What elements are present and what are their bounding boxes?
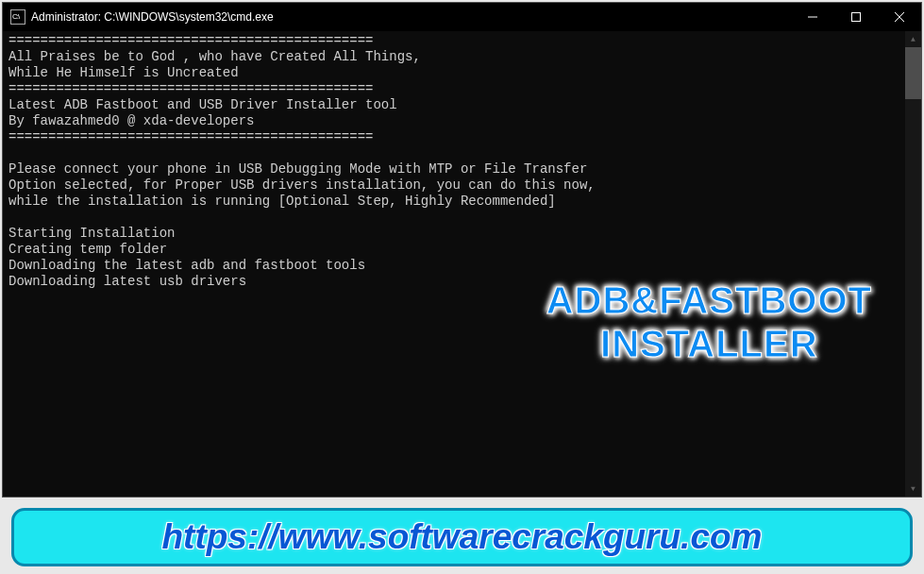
overlay-watermark: ADB&FASTBOOT INSTALLER [546,279,872,365]
svg-rect-1 [852,13,861,22]
minimize-icon [808,12,817,22]
overlay-line2: INSTALLER [600,323,817,364]
window-title: Administrator: C:\WINDOWS\system32\cmd.e… [31,10,274,24]
close-icon [895,12,904,22]
maximize-icon [851,12,861,22]
minimize-button[interactable] [791,3,834,31]
scrollbar[interactable]: ▲ ▼ [905,31,921,497]
cmd-window: C:\ Administrator: C:\WINDOWS\system32\c… [2,2,922,498]
scroll-up-arrow[interactable]: ▲ [905,31,921,47]
titlebar[interactable]: C:\ Administrator: C:\WINDOWS\system32\c… [3,3,921,31]
bottom-banner: https://www.softwarecrackguru.com [11,508,913,566]
scrollbar-thumb[interactable] [905,47,921,99]
console-output[interactable]: ========================================… [3,31,921,497]
maximize-button[interactable] [834,3,878,31]
scroll-down-arrow[interactable]: ▼ [905,481,921,497]
overlay-line1: ADB&FASTBOOT [546,279,872,321]
cmd-icon: C:\ [10,9,25,25]
banner-url: https://www.softwarecrackguru.com [162,517,763,557]
titlebar-buttons [791,3,921,31]
close-button[interactable] [878,3,921,31]
